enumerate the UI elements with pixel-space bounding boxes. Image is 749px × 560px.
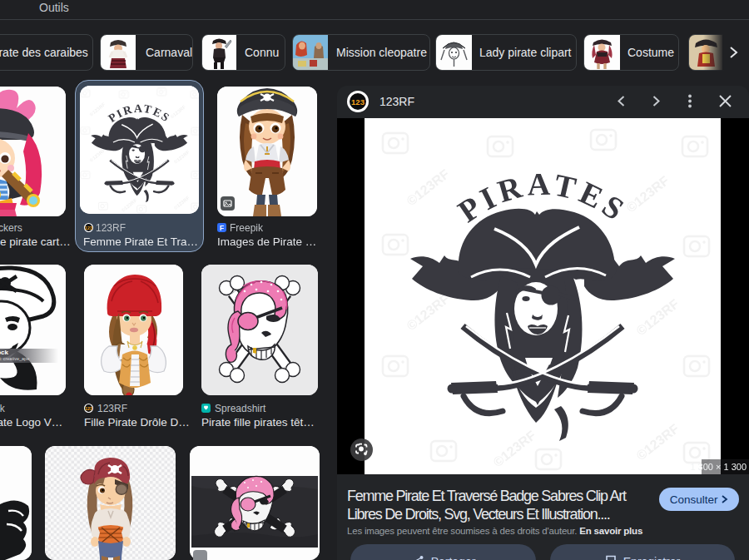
svg-text:F: F	[220, 224, 224, 232]
svg-text:123: 123	[85, 225, 92, 230]
svg-text:123: 123	[85, 406, 92, 411]
svg-text:123: 123	[351, 97, 365, 107]
